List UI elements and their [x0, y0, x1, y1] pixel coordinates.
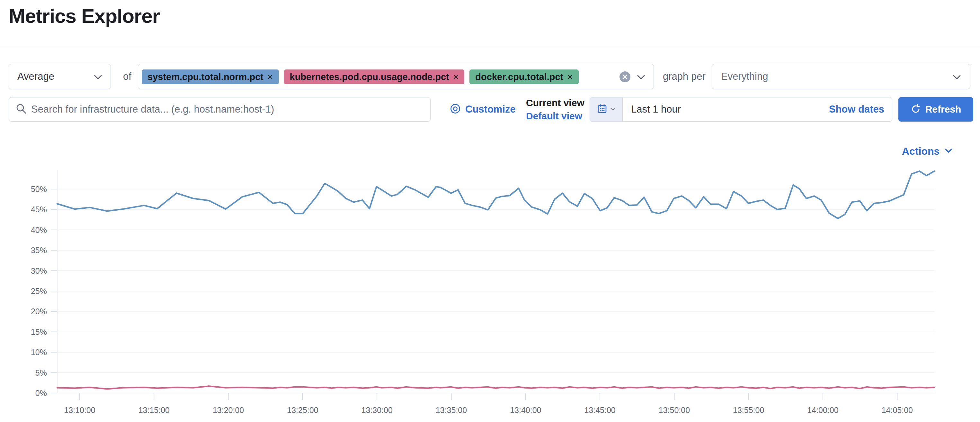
- time-range-value[interactable]: Last 1 hour: [623, 98, 829, 121]
- current-view-label: Current view: [526, 96, 584, 109]
- customize-icon: [450, 103, 461, 115]
- actions-menu-button[interactable]: Actions: [902, 145, 952, 157]
- chevron-down-icon: [94, 71, 102, 82]
- svg-text:13:25:00: 13:25:00: [287, 406, 318, 415]
- quick-select-button[interactable]: [590, 98, 623, 121]
- svg-text:0%: 0%: [35, 388, 47, 398]
- svg-text:45%: 45%: [31, 205, 47, 214]
- metrics-combobox[interactable]: system.cpu.total.norm.pct×kubernetes.pod…: [138, 64, 654, 89]
- aggregation-value: Average: [18, 71, 94, 82]
- svg-text:30%: 30%: [31, 266, 47, 275]
- customize-label: Customize: [465, 104, 516, 115]
- remove-metric-icon[interactable]: ×: [567, 71, 573, 82]
- refresh-label: Refresh: [925, 104, 961, 115]
- chevron-down-icon[interactable]: [637, 75, 645, 81]
- metrics-chart-svg: 0%5%10%15%20%25%30%35%40%45%50%13:10:001…: [0, 167, 980, 422]
- refresh-button[interactable]: Refresh: [898, 97, 973, 121]
- svg-text:20%: 20%: [31, 307, 47, 316]
- graph-per-label: graph per: [663, 64, 706, 89]
- svg-text:35%: 35%: [31, 246, 47, 255]
- refresh-icon: [911, 104, 921, 115]
- calendar-icon: [597, 104, 607, 115]
- svg-text:15%: 15%: [31, 328, 47, 336]
- svg-text:13:40:00: 13:40:00: [510, 406, 541, 415]
- metrics-explorer-page: Metrics Explorer Average of system.cpu.t…: [0, 0, 980, 422]
- actions-label: Actions: [902, 145, 940, 157]
- group-by-select[interactable]: Everything: [712, 64, 970, 89]
- customize-button[interactable]: Customize: [450, 97, 516, 121]
- chevron-down-icon: [953, 71, 961, 82]
- remove-metric-icon[interactable]: ×: [267, 71, 273, 82]
- metric-pill-label: system.cpu.total.norm.pct: [148, 72, 264, 82]
- svg-text:13:50:00: 13:50:00: [659, 406, 690, 415]
- metrics-chart: 0%5%10%15%20%25%30%35%40%45%50%13:10:001…: [0, 167, 980, 422]
- svg-text:13:45:00: 13:45:00: [584, 406, 615, 415]
- svg-text:25%: 25%: [31, 286, 47, 296]
- view-switcher: Current view Default view: [526, 96, 584, 123]
- svg-text:14:00:00: 14:00:00: [807, 406, 838, 415]
- svg-text:13:10:00: 13:10:00: [64, 406, 95, 415]
- page-title: Metrics Explorer: [9, 5, 160, 27]
- aggregation-select[interactable]: Average: [9, 64, 111, 89]
- svg-text:50%: 50%: [31, 185, 47, 193]
- svg-text:13:20:00: 13:20:00: [213, 406, 244, 415]
- header-divider: [0, 46, 980, 47]
- close-icon: [622, 74, 628, 80]
- svg-text:13:15:00: 13:15:00: [138, 406, 170, 415]
- show-dates-link[interactable]: Show dates: [829, 98, 892, 121]
- search-field: [9, 97, 431, 121]
- svg-text:5%: 5%: [35, 368, 47, 377]
- date-picker: Last 1 hour Show dates: [590, 97, 892, 121]
- clear-metrics-button[interactable]: [619, 71, 630, 82]
- remove-metric-icon[interactable]: ×: [453, 71, 459, 82]
- metric-pill[interactable]: docker.cpu.total.pct×: [469, 69, 578, 84]
- svg-text:14:05:00: 14:05:00: [882, 406, 913, 415]
- search-input[interactable]: [31, 100, 424, 119]
- svg-text:10%: 10%: [31, 348, 47, 357]
- metric-pill[interactable]: system.cpu.total.norm.pct×: [142, 69, 279, 84]
- metric-pill-list: system.cpu.total.norm.pct×kubernetes.pod…: [142, 69, 579, 84]
- of-label: of: [123, 64, 131, 89]
- chevron-down-icon: [610, 107, 616, 112]
- default-view-link[interactable]: Default view: [526, 109, 584, 123]
- metric-pill-label: docker.cpu.total.pct: [475, 72, 563, 82]
- chevron-down-icon: [945, 148, 952, 154]
- svg-text:13:30:00: 13:30:00: [361, 406, 393, 415]
- svg-text:13:55:00: 13:55:00: [733, 406, 764, 415]
- group-by-value: Everything: [721, 71, 953, 82]
- search-icon: [16, 103, 27, 115]
- metric-pill-label: kubernetes.pod.cpu.usage.node.pct: [290, 72, 449, 82]
- svg-text:40%: 40%: [31, 225, 47, 235]
- svg-text:13:35:00: 13:35:00: [436, 406, 467, 415]
- metric-pill[interactable]: kubernetes.pod.cpu.usage.node.pct×: [284, 69, 465, 84]
